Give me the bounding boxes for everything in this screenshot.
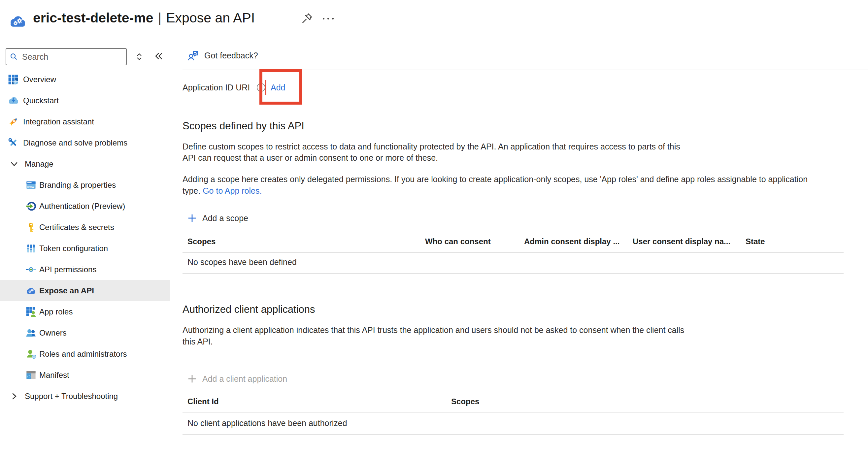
person-feedback-icon: [187, 50, 199, 61]
sidebar-item-label: Overview: [23, 75, 56, 84]
chevron-right-icon: [9, 391, 20, 401]
user-consent-col-header: User consent display na...: [633, 237, 731, 246]
plus-icon: [187, 213, 197, 223]
authorized-section-title: Authorized client applications: [183, 303, 315, 316]
scopes-empty-message: No scopes have been defined: [187, 257, 297, 267]
got-feedback-label: Got feedback?: [204, 51, 258, 60]
sidebar-item-label: Roles and administrators: [39, 350, 127, 359]
search-icon: [9, 53, 18, 61]
info-icon[interactable]: i: [257, 83, 265, 92]
client-table-divider-bottom: [183, 434, 844, 435]
toolbar-divider: [183, 70, 868, 70]
more-options-icon[interactable]: [323, 14, 341, 23]
blade-name: Expose an API: [166, 10, 255, 26]
sidebar-item-authentication[interactable]: Authentication (Preview): [0, 196, 170, 217]
overview-grid-icon: [8, 74, 19, 85]
admin-consent-col-header: Admin consent display ...: [524, 237, 619, 246]
browser-www-icon: www: [26, 180, 36, 190]
client-table-divider-top: [183, 413, 844, 413]
client-empty-message: No client applications have been authori…: [187, 418, 347, 428]
sidebar-search: [6, 48, 127, 65]
add-a-scope-label: Add a scope: [202, 214, 248, 223]
sidebar-item-label: Quickstart: [23, 96, 59, 105]
app-name: eric-test-delete-me: [33, 10, 153, 26]
scopes-table-divider-bottom: [183, 273, 844, 274]
sidebar-item-api-permissions[interactable]: API permissions: [0, 259, 170, 280]
client-id-col-header: Client Id: [187, 397, 219, 406]
authorized-description-line1: Authorizing a client application indicat…: [183, 324, 684, 335]
chevron-down-icon: [9, 159, 20, 169]
scopes-note-line1: Adding a scope here creates only delegat…: [183, 173, 808, 185]
sidebar-item-label: Certificates & secrets: [39, 223, 114, 232]
sidebar-group-support-troubleshooting[interactable]: Support + Troubleshooting: [0, 386, 170, 407]
application-id-uri-label: Application ID URI: [183, 81, 250, 94]
scopes-description-line2: API can request that a user or admin con…: [183, 152, 438, 163]
two-people-icon: [26, 328, 36, 338]
client-scopes-col-header: Scopes: [451, 397, 479, 406]
sidebar-item-label: Branding & properties: [39, 181, 116, 190]
rocket-icon: [8, 117, 19, 127]
title-separator: |: [158, 10, 162, 26]
sidebar-item-label: Expose an API: [39, 286, 94, 295]
scopes-note-line2: type. Go to App roles.: [183, 185, 262, 196]
sidebar-item-overview[interactable]: Overview: [0, 69, 170, 90]
add-application-id-uri-link[interactable]: Add: [271, 81, 285, 94]
sidebar-item-expose-an-api[interactable]: Expose an API: [0, 280, 170, 301]
crossed-tools-icon: [8, 138, 19, 148]
sidebar-item-token-configuration[interactable]: Token configuration: [0, 238, 170, 259]
svg-text:www: www: [27, 186, 34, 189]
cloud-bolt-icon: [8, 95, 19, 106]
sidebar-menu: Overview Quickstart Integra: [0, 69, 170, 407]
person-cube-icon: [26, 349, 36, 359]
sidebar-item-label: Integration assistant: [23, 117, 94, 126]
who-can-consent-col-header: Who can consent: [425, 237, 491, 246]
collapse-sidebar-icon[interactable]: [152, 50, 165, 63]
sliders-icon: [26, 243, 36, 254]
sidebar-item-branding[interactable]: www Branding & properties: [0, 174, 170, 196]
sidebar-item-quickstart[interactable]: Quickstart: [0, 90, 170, 111]
sidebar-item-integration-assistant[interactable]: Integration assistant: [0, 111, 170, 132]
code-window-icon: { }: [26, 370, 36, 381]
search-input[interactable]: [22, 52, 115, 62]
add-a-scope-button[interactable]: Add a scope: [187, 211, 248, 225]
grid-person-icon: [26, 306, 36, 317]
sidebar-item-label: Owners: [39, 328, 67, 337]
cloud-gears-icon: [26, 286, 36, 296]
got-feedback-button[interactable]: Got feedback?: [187, 49, 258, 62]
sign-in-circle-icon: [26, 201, 36, 211]
go-to-app-roles-link[interactable]: Go to App roles.: [203, 186, 262, 195]
sidebar-item-label: Authentication (Preview): [39, 202, 125, 211]
add-a-client-application-label: Add a client application: [202, 374, 287, 384]
sidebar-item-label: App roles: [39, 307, 72, 317]
sidebar-group-label: Manage: [25, 159, 54, 169]
scopes-section-title: Scopes defined by this API: [183, 120, 304, 132]
sidebar-item-owners[interactable]: Owners: [0, 322, 170, 344]
pin-icon[interactable]: [300, 12, 313, 25]
expose-an-api-page: eric-test-delete-me | Expose an API: [0, 0, 868, 458]
reorder-chevrons-icon[interactable]: [133, 50, 146, 63]
add-a-client-application-button[interactable]: Add a client application: [187, 372, 287, 385]
sidebar-item-label: Manifest: [39, 370, 69, 380]
sidebar-item-certificates[interactable]: Certificates & secrets: [0, 217, 170, 238]
sidebar-item-app-roles[interactable]: App roles: [0, 301, 170, 322]
app-cloud-gears-icon: [8, 14, 27, 29]
sidebar-item-label: API permissions: [39, 265, 96, 274]
scopes-table-divider-top: [183, 252, 844, 253]
sidebar-item-label: Token configuration: [39, 244, 108, 253]
svg-text:{ }: { }: [27, 374, 31, 378]
sidebar-item-diagnose[interactable]: Diagnose and solve problems: [0, 132, 170, 154]
state-col-header: State: [746, 237, 765, 246]
sidebar-item-manifest[interactable]: { } Manifest: [0, 365, 170, 386]
scopes-col-header: Scopes: [187, 237, 216, 246]
plus-icon: [187, 374, 197, 384]
authorized-description-line2: this API.: [183, 336, 213, 347]
api-permissions-icon: [26, 264, 36, 275]
annotation-mark: [265, 80, 266, 95]
page-title: eric-test-delete-me | Expose an API: [33, 9, 255, 26]
sidebar-group-label: Support + Troubleshooting: [25, 392, 118, 401]
sidebar-group-manage[interactable]: Manage: [0, 154, 170, 174]
sidebar-item-roles-and-administrators[interactable]: Roles and administrators: [0, 344, 170, 365]
scopes-note-prefix: type.: [183, 186, 200, 195]
sidebar-item-label: Diagnose and solve problems: [23, 138, 127, 148]
scopes-description-line1: Define custom scopes to restrict access …: [183, 141, 680, 152]
